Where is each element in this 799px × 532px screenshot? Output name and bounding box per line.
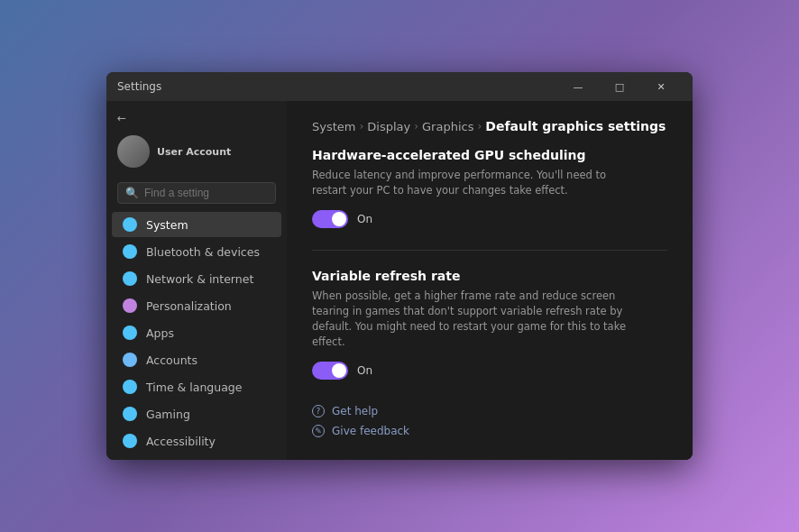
variable-refresh-toggle[interactable] — [312, 362, 348, 380]
sidebar-item-accessibility[interactable]: Accessibility — [112, 428, 281, 454]
get-help-link[interactable]: ? Get help — [312, 401, 667, 421]
breadcrumb-sep-1: › — [359, 120, 363, 133]
sidebar: ← User Account 🔍 System Bluetooth & devi… — [106, 101, 287, 460]
sidebar-item-accounts[interactable]: Accounts — [112, 347, 281, 372]
variable-refresh-desc: When possible, get a higher frame rate a… — [312, 289, 637, 351]
breadcrumb-graphics[interactable]: Graphics — [422, 120, 473, 133]
gpu-scheduling-toggle-row: On — [312, 210, 667, 228]
sidebar-item-personalization[interactable]: Personalization — [112, 293, 281, 318]
sidebar-item-label: Gaming — [146, 408, 190, 421]
sidebar-item-gaming[interactable]: Gaming — [112, 401, 281, 427]
gaming-icon — [123, 407, 137, 421]
breadcrumb: System › Display › Graphics › Default gr… — [312, 119, 667, 133]
sidebar-item-network[interactable]: Network & internet — [112, 266, 281, 291]
sidebar-item-privacy[interactable]: Privacy & security — [112, 455, 281, 460]
breadcrumb-sep-3: › — [477, 120, 482, 133]
titlebar-title: Settings — [117, 80, 557, 93]
sidebar-item-bluetooth[interactable]: Bluetooth & devices — [112, 239, 281, 264]
back-icon: ← — [117, 112, 126, 124]
minimize-button[interactable]: — — [557, 72, 599, 101]
section-divider — [312, 250, 667, 251]
accounts-icon — [123, 353, 137, 367]
sidebar-item-system[interactable]: System — [112, 212, 281, 237]
network-icon — [123, 271, 137, 286]
search-box[interactable]: 🔍 — [117, 182, 276, 204]
gpu-scheduling-title: Hardware-accelerated GPU scheduling — [312, 148, 667, 162]
gpu-scheduling-toggle-label: On — [357, 213, 372, 225]
settings-window: Settings — □ ✕ ← User Account 🔍 Sys — [106, 72, 693, 460]
sidebar-item-label: Accounts — [146, 353, 197, 367]
give-feedback-link[interactable]: ✎ Give feedback — [312, 421, 667, 441]
titlebar: Settings — □ ✕ — [106, 72, 693, 101]
search-icon: 🔍 — [125, 187, 139, 199]
gpu-scheduling-toggle[interactable] — [312, 210, 348, 228]
sidebar-item-apps[interactable]: Apps — [112, 320, 281, 345]
gpu-scheduling-section: Hardware-accelerated GPU scheduling Redu… — [312, 148, 667, 228]
get-help-label: Get help — [332, 405, 378, 417]
user-section: User Account — [106, 128, 287, 179]
accessibility-icon — [123, 434, 137, 448]
give-feedback-icon: ✎ — [312, 425, 325, 437]
search-input[interactable] — [144, 187, 268, 199]
gpu-scheduling-desc: Reduce latency and improve performance. … — [312, 168, 637, 199]
sidebar-item-time[interactable]: Time & language — [112, 374, 281, 399]
time-icon — [123, 380, 137, 394]
breadcrumb-display[interactable]: Display — [367, 120, 410, 133]
back-button[interactable]: ← — [106, 108, 287, 128]
breadcrumb-sep-2: › — [414, 120, 418, 133]
sidebar-item-label: Apps — [146, 326, 174, 340]
page-title: Default graphics settings — [485, 119, 666, 133]
user-name: User Account — [157, 146, 231, 158]
apps-icon — [123, 326, 137, 340]
give-feedback-label: Give feedback — [332, 425, 409, 437]
sidebar-item-label: Personalization — [146, 299, 232, 313]
maximize-button[interactable]: □ — [599, 72, 640, 101]
bluetooth-icon — [123, 244, 137, 259]
breadcrumb-system[interactable]: System — [312, 120, 355, 133]
main-layout: ← User Account 🔍 System Bluetooth & devi… — [106, 101, 693, 460]
variable-refresh-toggle-row: On — [312, 362, 667, 380]
sidebar-item-label: Accessibility — [146, 435, 216, 448]
close-button[interactable]: ✕ — [640, 72, 682, 101]
sidebar-item-label: Time & language — [146, 381, 242, 394]
content-area: System › Display › Graphics › Default gr… — [287, 101, 693, 460]
get-help-icon: ? — [312, 405, 325, 417]
variable-refresh-title: Variable refresh rate — [312, 269, 667, 283]
variable-refresh-toggle-label: On — [357, 364, 372, 377]
personalization-icon — [123, 298, 137, 313]
sidebar-item-label: Bluetooth & devices — [146, 245, 260, 259]
avatar — [117, 135, 150, 168]
system-icon — [123, 217, 137, 232]
titlebar-controls: — □ ✕ — [557, 72, 682, 101]
variable-refresh-section: Variable refresh rate When possible, get… — [312, 269, 667, 380]
help-links: ? Get help ✎ Give feedback — [312, 401, 667, 441]
sidebar-item-label: Network & internet — [146, 272, 253, 286]
sidebar-item-label: System — [146, 218, 188, 232]
